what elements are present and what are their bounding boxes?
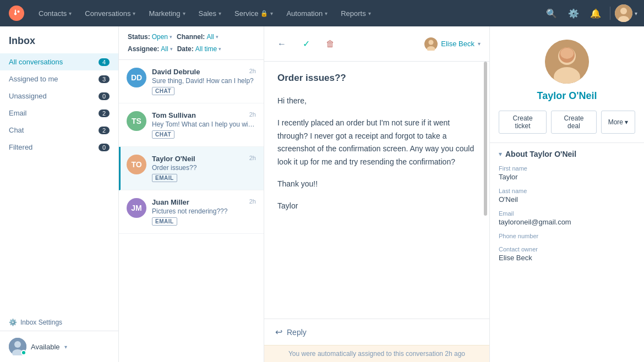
chevron-down-icon: ▾ [133, 10, 135, 17]
nav-conversations[interactable]: Conversations ▾ [79, 6, 141, 21]
conversation-toolbar: ← ✓ 🗑 Elise Beck ▾ [264, 26, 489, 62]
conversation-list: DD David Debrule 2h Sure thing, David! H… [119, 60, 264, 362]
inbox-settings-link[interactable]: ⚙️ Inbox Settings [0, 314, 118, 331]
date-filter[interactable]: Date: All time ▾ [177, 45, 221, 53]
left-sidebar: Inbox All conversations 4 Assigned to me… [0, 26, 119, 362]
contact-header: Taylor O'Neil Create ticket Create deal … [490, 26, 644, 143]
notifications-icon-button[interactable]: 🔔 [586, 3, 605, 23]
contact-avatar [545, 40, 589, 84]
filter-chevron-icon: ▾ [170, 34, 172, 40]
svg-point-8 [429, 40, 434, 45]
more-chevron-icon: ▾ [625, 118, 628, 126]
nav-contacts[interactable]: Contacts ▾ [33, 6, 77, 21]
conversation-item[interactable]: JM Juan Miller 2h Pictures not rendering… [119, 190, 264, 234]
resolve-button[interactable]: ✓ [297, 35, 315, 53]
conversation-list-panel: Status: Open ▾ Channel: All ▾ Assignee: … [119, 26, 264, 362]
field-contact-owner: Contact owner Elise Beck [499, 246, 635, 262]
assignee-chevron-icon: ▾ [478, 41, 481, 47]
conversation-item[interactable]: TS Tom Sullivan 2h Hey Tom! What can I h… [119, 103, 264, 147]
sidebar-title: Inbox [0, 26, 118, 51]
field-phone: Phone number [499, 233, 635, 239]
assignee-filter[interactable]: Assignee: All ▾ [128, 45, 173, 53]
scrollbar-track[interactable] [484, 62, 487, 319]
nav-reports[interactable]: Reports ▾ [335, 6, 376, 21]
more-actions-button[interactable]: More ▾ [601, 111, 635, 134]
sidebar-item-filtered[interactable]: Filtered 0 [0, 139, 118, 156]
field-email: Email tayloroneil@gmail.com [499, 210, 635, 226]
avatar: TS [127, 111, 146, 131]
filter-chevron-icon: ▾ [216, 34, 219, 40]
channel-filter[interactable]: Channel: All ▾ [177, 33, 219, 41]
email-footer: ↩ Reply [264, 319, 489, 345]
agent-avatar [9, 338, 26, 355]
reply-button[interactable]: ↩ Reply [264, 319, 489, 345]
about-section: ▾ About Taylor O'Neil First name Taylor … [490, 143, 644, 275]
gear-icon: ⚙️ [9, 319, 17, 326]
status-filter[interactable]: Status: Open ▾ [128, 33, 172, 41]
field-last-name: Last name O'Neil [499, 188, 635, 204]
sidebar-item-assigned-to-me[interactable]: Assigned to me 3 [0, 70, 118, 87]
settings-icon-button[interactable]: ⚙️ [564, 3, 583, 23]
conversation-body: Juan Miller 2h Pictures not rendering???… [152, 198, 256, 226]
chevron-down-icon: ▾ [270, 10, 273, 17]
section-chevron-icon: ▾ [499, 150, 502, 158]
conversation-item[interactable]: DD David Debrule 2h Sure thing, David! H… [119, 60, 264, 103]
chevron-down-icon: ▾ [183, 10, 185, 17]
sidebar-navigation: All conversations 4 Assigned to me 3 Una… [0, 51, 118, 185]
chevron-down-icon: ▾ [325, 10, 328, 17]
reply-icon: ↩ [275, 327, 282, 337]
section-header[interactable]: ▾ About Taylor O'Neil [499, 150, 635, 158]
nav-service[interactable]: Service 🔒 ▾ [229, 6, 279, 21]
status-dot [21, 350, 26, 355]
toolbar-right: Elise Beck ▾ [424, 37, 481, 51]
sidebar-item-chat[interactable]: Chat 2 [0, 122, 118, 139]
avatar: DD [127, 68, 146, 87]
main-layout: Inbox All conversations 4 Assigned to me… [0, 26, 644, 362]
chevron-down-icon: ▾ [368, 10, 371, 17]
nav-marketing[interactable]: Marketing ▾ [143, 6, 190, 21]
lock-icon: 🔒 [260, 10, 268, 17]
nav-automation[interactable]: Automation ▾ [281, 6, 333, 21]
create-ticket-button[interactable]: Create ticket [499, 111, 547, 134]
assignee-selector[interactable]: Elise Beck ▾ [424, 37, 481, 51]
email-view: ← ✓ 🗑 Elise Beck ▾ Order issues?? Hi the… [264, 26, 490, 362]
contact-name: Taylor O'Neil [537, 90, 597, 102]
search-icon-button[interactable]: 🔍 [542, 3, 561, 23]
availability-status[interactable]: Available [31, 343, 60, 351]
sidebar-item-email[interactable]: Email 2 [0, 105, 118, 122]
email-body: Hi there, I recently placed an order but… [277, 95, 476, 213]
chevron-down-icon: ▾ [219, 10, 221, 17]
conversation-body: David Debrule 2h Sure thing, David! How … [152, 68, 256, 95]
hubspot-logo[interactable] [7, 3, 26, 23]
avatar: TO [127, 155, 146, 174]
svg-point-2 [620, 8, 627, 14]
auto-assign-notice: You were automatically assigned to this … [264, 345, 489, 362]
conversation-item-active[interactable]: TO Taylor O'Neil 2h Order issues?? EMAIL [119, 147, 264, 190]
filter-chevron-icon: ▾ [170, 46, 173, 52]
sidebar-item-unassigned[interactable]: Unassigned 0 [0, 87, 118, 105]
top-navigation: Contacts ▾ Conversations ▾ Marketing ▾ S… [0, 0, 644, 26]
email-content: Order issues?? Hi there, I recently plac… [264, 62, 489, 319]
scrollbar-thumb[interactable] [484, 62, 487, 216]
svg-point-14 [560, 48, 574, 59]
sidebar-item-all-conversations[interactable]: All conversations 4 [0, 53, 118, 70]
status-chevron-icon[interactable]: ▾ [64, 344, 67, 350]
chevron-down-icon: ▾ [69, 10, 72, 17]
filter-chevron-icon: ▾ [219, 46, 221, 52]
create-deal-button[interactable]: Create deal [551, 111, 596, 134]
email-subject: Order issues?? [277, 73, 476, 84]
avatar-chevron-icon[interactable]: ▾ [635, 10, 637, 17]
assignee-avatar [424, 37, 438, 51]
avatar: JM [127, 198, 146, 218]
nav-sales[interactable]: Sales ▾ [193, 6, 227, 21]
contact-panel: Taylor O'Neil Create ticket Create deal … [490, 26, 644, 362]
conversation-body: Tom Sullivan 2h Hey Tom! What can I help… [152, 111, 256, 139]
back-button[interactable]: ← [273, 35, 291, 53]
contact-actions: Create ticket Create deal More ▾ [499, 111, 635, 134]
delete-button[interactable]: 🗑 [321, 35, 339, 53]
conversation-body: Taylor O'Neil 2h Order issues?? EMAIL [152, 155, 256, 182]
field-first-name: First name Taylor [499, 165, 635, 181]
toolbar-left: ← ✓ 🗑 [273, 35, 339, 53]
nav-icon-group: 🔍 ⚙️ 🔔 ▾ [542, 3, 637, 23]
user-avatar[interactable] [615, 4, 632, 22]
